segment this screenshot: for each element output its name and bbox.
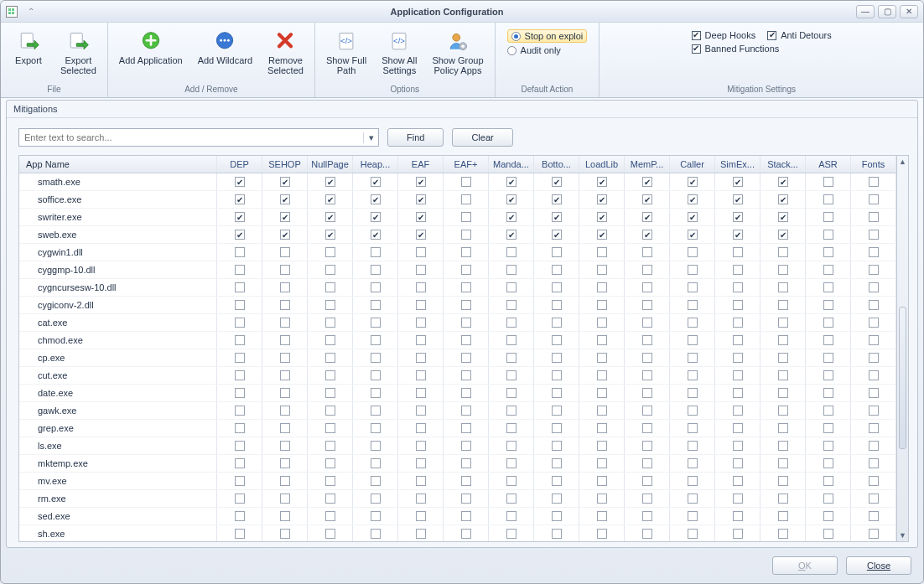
add-application-button[interactable]: Add Application <box>113 26 189 70</box>
table-row[interactable]: cygncursesw-10.dll <box>19 279 896 297</box>
mitigation-cell[interactable] <box>353 332 398 349</box>
mitigation-cell[interactable] <box>806 279 851 296</box>
mitigation-cell[interactable] <box>489 244 534 261</box>
table-row[interactable]: gawk.exe <box>19 402 896 420</box>
mitigation-cell[interactable] <box>489 455 534 472</box>
mitigation-cell[interactable] <box>851 332 896 349</box>
mitigation-cell[interactable] <box>217 261 262 278</box>
mitigation-cell[interactable] <box>670 420 715 437</box>
mitigation-cell[interactable] <box>534 279 579 296</box>
mitigation-cell[interactable] <box>670 173 715 190</box>
mitigation-cell[interactable] <box>579 191 625 208</box>
deep-hooks-checkbox[interactable]: Deep Hooks <box>692 29 756 41</box>
mitigation-cell[interactable] <box>398 226 444 243</box>
mitigation-cell[interactable] <box>398 191 444 208</box>
mitigation-cell[interactable] <box>398 244 444 261</box>
table-row[interactable]: cat.exe <box>19 314 896 332</box>
mitigation-cell[interactable] <box>444 420 489 437</box>
column-header[interactable]: LoadLib <box>579 156 625 173</box>
mitigation-cell[interactable] <box>217 349 262 366</box>
mitigation-cell[interactable] <box>806 261 851 278</box>
mitigation-cell[interactable] <box>489 191 534 208</box>
table-row[interactable]: smath.exe <box>19 173 896 191</box>
mitigation-cell[interactable] <box>308 226 353 243</box>
mitigation-cell[interactable] <box>625 261 670 278</box>
mitigation-cell[interactable] <box>670 349 715 366</box>
mitigation-cell[interactable] <box>489 367 534 384</box>
mitigation-cell[interactable] <box>760 332 806 349</box>
mitigation-cell[interactable] <box>579 490 625 507</box>
mitigation-cell[interactable] <box>398 314 444 331</box>
mitigation-cell[interactable] <box>579 244 625 261</box>
mitigation-cell[interactable] <box>534 508 579 525</box>
mitigation-cell[interactable] <box>851 385 896 401</box>
show-full-path-button[interactable]: </> Show FullPath <box>320 26 372 80</box>
mitigation-cell[interactable] <box>489 473 534 489</box>
mitigation-cell[interactable] <box>760 420 806 437</box>
mitigation-cell[interactable] <box>398 420 444 437</box>
stop-on-exploit-radio[interactable]: Stop on exploi <box>507 29 588 43</box>
mitigation-cell[interactable] <box>806 490 851 507</box>
mitigation-cell[interactable] <box>489 525 534 541</box>
mitigation-cell[interactable] <box>715 525 760 541</box>
column-header[interactable]: DEP <box>217 156 262 173</box>
mitigation-cell[interactable] <box>760 261 806 278</box>
mitigation-cell[interactable] <box>534 209 579 225</box>
mitigation-cell[interactable] <box>579 508 625 525</box>
mitigation-cell[interactable] <box>579 332 625 349</box>
mitigation-cell[interactable] <box>625 437 670 454</box>
mitigation-cell[interactable] <box>806 191 851 208</box>
mitigation-cell[interactable] <box>353 402 398 419</box>
mitigation-cell[interactable] <box>308 314 353 331</box>
mitigation-cell[interactable] <box>851 402 896 419</box>
mitigation-cell[interactable] <box>534 191 579 208</box>
mitigation-cell[interactable] <box>444 473 489 489</box>
scroll-down-icon[interactable]: ▼ <box>897 530 908 541</box>
mitigation-cell[interactable] <box>715 402 760 419</box>
mitigation-cell[interactable] <box>398 473 444 489</box>
mitigation-cell[interactable] <box>625 314 670 331</box>
column-header[interactable]: Heap... <box>353 156 398 173</box>
mitigation-cell[interactable] <box>760 349 806 366</box>
mitigation-cell[interactable] <box>851 420 896 437</box>
table-row[interactable]: date.exe <box>19 385 896 402</box>
add-wildcard-button[interactable]: Add Wildcard <box>192 26 258 70</box>
scroll-thumb[interactable] <box>899 307 906 449</box>
mitigation-cell[interactable] <box>851 367 896 384</box>
mitigation-cell[interactable] <box>851 508 896 525</box>
mitigation-cell[interactable] <box>353 490 398 507</box>
mitigation-cell[interactable] <box>398 490 444 507</box>
mitigation-cell[interactable] <box>308 473 353 489</box>
mitigation-cell[interactable] <box>715 244 760 261</box>
mitigation-cell[interactable] <box>398 173 444 190</box>
mitigation-cell[interactable] <box>444 525 489 541</box>
mitigation-cell[interactable] <box>444 437 489 454</box>
table-row[interactable]: cygwin1.dll <box>19 244 896 261</box>
mitigation-cell[interactable] <box>534 455 579 472</box>
clear-button[interactable]: Clear <box>452 128 512 147</box>
mitigation-cell[interactable] <box>217 402 262 419</box>
mitigation-cell[interactable] <box>851 314 896 331</box>
mitigation-cell[interactable] <box>353 473 398 489</box>
mitigation-cell[interactable] <box>760 455 806 472</box>
mitigation-cell[interactable] <box>534 420 579 437</box>
mitigation-cell[interactable] <box>489 349 534 366</box>
mitigation-cell[interactable] <box>308 525 353 541</box>
anti-detours-checkbox[interactable]: Anti Detours <box>767 29 832 41</box>
mitigation-cell[interactable] <box>579 437 625 454</box>
mitigation-cell[interactable] <box>308 490 353 507</box>
mitigation-cell[interactable] <box>579 525 625 541</box>
mitigation-cell[interactable] <box>489 385 534 401</box>
mitigation-cell[interactable] <box>715 437 760 454</box>
mitigation-cell[interactable] <box>670 226 715 243</box>
mitigation-cell[interactable] <box>760 314 806 331</box>
mitigation-cell[interactable] <box>625 279 670 296</box>
mitigation-cell[interactable] <box>851 297 896 313</box>
mitigation-cell[interactable] <box>308 402 353 419</box>
mitigation-cell[interactable] <box>534 525 579 541</box>
mitigation-cell[interactable] <box>353 367 398 384</box>
table-row[interactable]: grep.exe <box>19 420 896 437</box>
mitigation-cell[interactable] <box>353 261 398 278</box>
mitigation-cell[interactable] <box>217 437 262 454</box>
mitigation-cell[interactable] <box>851 490 896 507</box>
